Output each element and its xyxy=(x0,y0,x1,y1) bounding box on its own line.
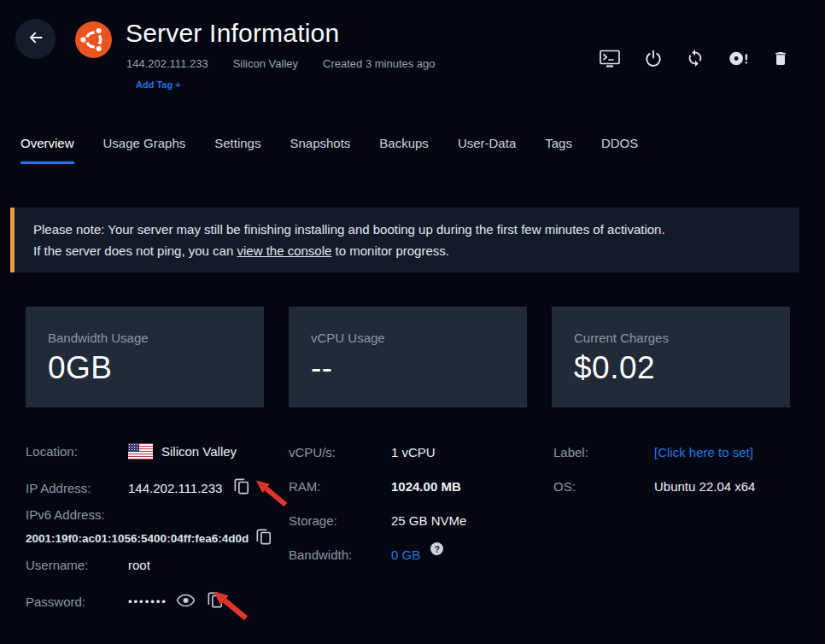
reinstall-button[interactable] xyxy=(686,48,705,68)
server-information-page: Server Information 144.202.111.233 Silic… xyxy=(0,0,825,644)
ipv6-value-row: 2001:19f0:ac01:1056:5400:04ff:fea6:4d0d xyxy=(26,528,272,548)
copy-icon xyxy=(256,528,272,548)
username-label: Username: xyxy=(26,558,128,572)
ipv6-label-row: IPv6 Address: xyxy=(26,507,105,522)
stat-value: $0.02 xyxy=(574,350,790,386)
tab-user-data[interactable]: User-Data xyxy=(458,136,516,164)
stat-label: vCPU Usage xyxy=(311,331,527,345)
bandwidth-label: Bandwidth: xyxy=(289,547,391,562)
server-ip: 144.202.111.233 xyxy=(126,57,208,70)
bandwidth-help-icon[interactable]: ? xyxy=(430,542,443,555)
server-created: Created 3 minutes ago xyxy=(323,57,436,70)
os-row: OS: Ubuntu 22.04 x64 xyxy=(553,479,755,494)
add-tag-link[interactable]: Add Tag + xyxy=(136,79,181,90)
us-flag-icon xyxy=(128,443,153,460)
vcpu-value: 1 vCPU xyxy=(391,445,436,460)
vcpu-row: vCPU/s: 1 vCPU xyxy=(289,445,436,460)
label-label: Label: xyxy=(553,445,654,460)
tab-usage-graphs[interactable]: Usage Graphs xyxy=(103,136,186,164)
annotation-arrow-ip-copy xyxy=(254,479,290,511)
page-title: Server Information xyxy=(126,19,339,48)
stat-value: 0GB xyxy=(48,350,264,386)
notice-line-1: Please note: Your server may still be fi… xyxy=(33,219,782,240)
password-value: ••••••• xyxy=(128,595,167,608)
current-charges-card: Current Charges $0.02 xyxy=(552,307,790,407)
stat-cards: Bandwidth Usage 0GB vCPU Usage -- Curren… xyxy=(26,307,790,407)
activation-notice: Please note: Your server may still be fi… xyxy=(10,208,799,272)
set-label-link[interactable]: [Click here to set] xyxy=(654,445,753,460)
ram-row: RAM: 1024.00 MB xyxy=(289,479,461,494)
tab-snapshots[interactable]: Snapshots xyxy=(290,136,350,164)
notice-line-2-suffix: to monitor progress. xyxy=(331,243,449,258)
delete-server-button[interactable] xyxy=(772,49,789,68)
eye-icon xyxy=(176,594,196,610)
tab-backups[interactable]: Backups xyxy=(379,136,429,164)
annotation-arrow-password-copy xyxy=(212,590,249,624)
stat-label: Bandwidth Usage xyxy=(48,331,264,345)
stat-value: -- xyxy=(311,350,527,386)
notice-line-2: If the server does not ping, you can vie… xyxy=(33,240,782,261)
copy-ip-button[interactable] xyxy=(234,477,249,498)
password-row: Password: ••••••• xyxy=(26,591,223,612)
power-icon xyxy=(644,49,663,68)
tab-bar: Overview Usage Graphs Settings Snapshots… xyxy=(20,136,638,164)
os-value: Ubuntu 22.04 x64 xyxy=(654,479,755,494)
tab-settings[interactable]: Settings xyxy=(214,136,260,164)
storage-row: Storage: 25 GB NVMe xyxy=(289,513,466,528)
arrow-left-icon xyxy=(26,28,45,50)
copy-icon xyxy=(234,477,249,498)
location-row: Location: Silicon Valley xyxy=(26,443,237,460)
ipv6-address-value: 2001:19f0:ac01:1056:5400:04ff:fea6:4d0d xyxy=(26,532,249,545)
ip-address-row: IP Address: 144.202.111.233 xyxy=(26,477,249,498)
console-button[interactable] xyxy=(599,48,621,68)
view-console-link[interactable]: view the console xyxy=(237,243,331,258)
sync-icon xyxy=(686,48,705,68)
vcpu-label: vCPU/s: xyxy=(289,445,391,460)
vcpu-usage-card: vCPU Usage -- xyxy=(289,307,527,407)
ubuntu-logo-icon xyxy=(75,21,112,58)
console-icon xyxy=(599,48,621,68)
ram-value: 1024.00 MB xyxy=(391,479,461,494)
copy-ipv6-button[interactable] xyxy=(256,528,272,548)
notice-line-2-prefix: If the server does not ping, you can xyxy=(33,243,237,258)
server-meta: 144.202.111.233 Silicon Valley Created 3… xyxy=(126,57,436,70)
ram-label: RAM: xyxy=(289,479,391,494)
back-button[interactable] xyxy=(15,19,56,59)
label-row: Label: [Click here to set] xyxy=(553,445,753,460)
power-button[interactable] xyxy=(644,49,663,68)
tab-overview[interactable]: Overview xyxy=(20,136,74,164)
storage-value: 25 GB NVMe xyxy=(391,513,466,528)
iso-disc-alert-icon xyxy=(728,49,749,68)
bandwidth-row: Bandwidth: 0 GB ? xyxy=(289,547,443,562)
tab-tags[interactable]: Tags xyxy=(545,136,572,164)
ipv6-address-label: IPv6 Address: xyxy=(26,507,105,522)
iso-button[interactable] xyxy=(728,49,749,68)
ip-address-label: IP Address: xyxy=(26,481,128,495)
tab-ddos[interactable]: DDOS xyxy=(601,136,638,164)
username-row: Username: root xyxy=(26,558,150,572)
stat-label: Current Charges xyxy=(574,331,790,345)
trash-icon xyxy=(772,49,789,68)
storage-label: Storage: xyxy=(289,513,391,528)
password-label: Password: xyxy=(26,594,128,609)
location-label: Location: xyxy=(26,444,128,459)
os-label: OS: xyxy=(553,479,654,494)
ip-address-value: 144.202.111.233 xyxy=(128,481,222,495)
bandwidth-value-link[interactable]: 0 GB xyxy=(391,547,420,562)
location-value: Silicon Valley xyxy=(161,444,237,459)
username-value: root xyxy=(128,558,150,572)
show-password-button[interactable] xyxy=(176,594,196,610)
server-location: Silicon Valley xyxy=(233,57,298,70)
server-actions xyxy=(599,48,789,68)
bandwidth-usage-card: Bandwidth Usage 0GB xyxy=(26,307,264,407)
